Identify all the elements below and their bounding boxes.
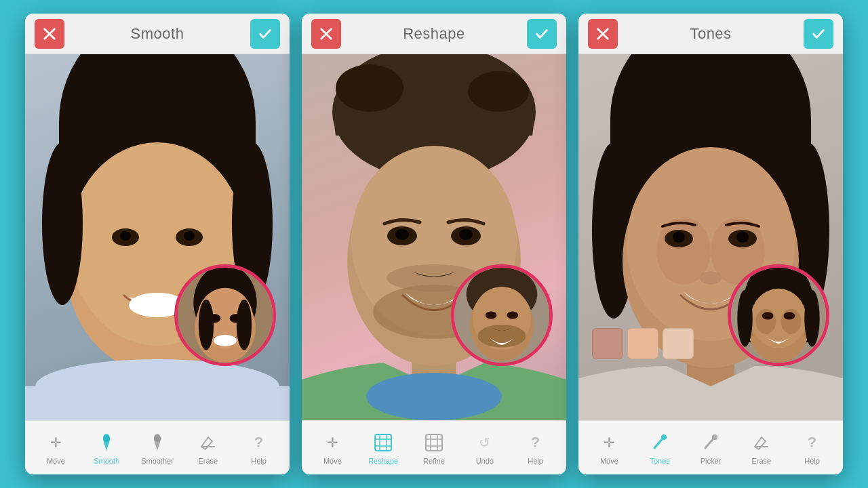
main-image-tones[interactable] [578, 54, 843, 420]
svg-point-10 [184, 231, 195, 241]
svg-point-41 [395, 229, 409, 240]
svg-point-26 [154, 435, 161, 442]
svg-point-50 [507, 311, 518, 319]
tool-reshape[interactable]: Reshape [366, 431, 401, 465]
tool-smooth[interactable]: Smooth [89, 431, 124, 465]
panel-tones: Tones [578, 14, 843, 474]
tone-swatch-2[interactable] [627, 328, 658, 359]
tones-label: Tones [650, 457, 670, 465]
svg-point-76 [700, 271, 722, 285]
tool-erase-3[interactable]: Erase [744, 431, 779, 465]
picker-label: Picker [701, 457, 722, 465]
toolbar-tones: ✛ Move Tones Picker Erase ? Help [578, 420, 843, 474]
title-bar-tones: Tones [578, 14, 843, 54]
help-label: Help [251, 457, 267, 465]
smoother-icon [146, 431, 169, 454]
help-label-3: Help [804, 457, 820, 465]
panel-title-3: Tones [690, 25, 731, 43]
tone-swatch-3[interactable] [663, 328, 694, 359]
svg-point-88 [661, 434, 667, 440]
svg-point-86 [737, 290, 752, 347]
smooth-label: Smooth [94, 457, 119, 465]
svg-point-84 [762, 312, 774, 319]
tool-refine[interactable]: Refine [416, 431, 452, 465]
panel-smooth: Smooth [25, 14, 290, 474]
svg-point-87 [804, 290, 819, 347]
refine-label: Refine [423, 457, 445, 465]
face-image-smooth [25, 54, 290, 420]
svg-rect-56 [426, 434, 442, 451]
confirm-button[interactable] [250, 19, 280, 49]
help-icon-3: ? [801, 431, 824, 454]
undo-label: Undo [476, 457, 494, 465]
main-image-smooth[interactable] [25, 54, 290, 420]
panel-title-2: Reshape [403, 25, 465, 43]
before-thumbnail-2 [451, 264, 553, 366]
svg-point-32 [336, 64, 403, 112]
move-icon-2: ✛ [321, 431, 344, 454]
tool-help[interactable]: ? Help [241, 431, 277, 465]
erase-icon-3 [750, 431, 773, 454]
svg-point-89 [712, 434, 717, 440]
svg-point-85 [783, 312, 795, 319]
panel-reshape: Reshape [302, 14, 566, 474]
help-icon: ? [248, 431, 271, 454]
title-bar-smooth: Smooth [25, 14, 290, 54]
svg-point-49 [486, 311, 497, 319]
close-button-3[interactable] [588, 19, 618, 49]
move-icon-3: ✛ [597, 431, 620, 454]
confirm-button-2[interactable] [527, 19, 557, 49]
before-thumbnail-3 [728, 264, 829, 366]
svg-point-33 [468, 71, 529, 112]
help-label-2: Help [528, 457, 543, 465]
toolbar-smooth: ✛ Move Smooth Smoother Erase ? Help [25, 420, 290, 474]
svg-point-75 [736, 232, 749, 243]
smooth-icon [95, 431, 118, 454]
erase-label-3: Erase [751, 457, 771, 465]
svg-point-24 [237, 300, 252, 350]
before-thumbnail [174, 264, 276, 366]
svg-point-13 [35, 359, 279, 413]
move-icon: ✛ [44, 431, 67, 454]
refine-icon [422, 431, 446, 454]
move-label-2: Move [323, 457, 342, 465]
panel-title: Smooth [131, 25, 184, 43]
confirm-button-3[interactable] [804, 19, 833, 49]
tool-smoother[interactable]: Smoother [140, 431, 175, 465]
undo-icon: ↺ [473, 431, 496, 454]
svg-point-42 [459, 229, 473, 240]
tool-erase[interactable]: Erase [191, 431, 226, 465]
smoother-label: Smoother [141, 457, 174, 465]
face-image-tones [578, 54, 843, 420]
svg-rect-51 [375, 434, 391, 451]
svg-point-25 [103, 435, 110, 442]
tool-move-3[interactable]: ✛ Move [591, 431, 627, 465]
erase-label: Erase [198, 457, 218, 465]
face-image-reshape [302, 54, 566, 420]
title-bar-reshape: Reshape [302, 14, 566, 54]
svg-point-43 [366, 373, 502, 420]
tool-move-2[interactable]: ✛ Move [315, 431, 350, 465]
main-image-reshape[interactable] [302, 54, 566, 420]
close-button-2[interactable] [311, 19, 341, 49]
svg-point-74 [673, 232, 685, 243]
svg-point-14 [42, 142, 83, 305]
tool-help-3[interactable]: ? Help [795, 431, 830, 465]
move-label: Move [47, 457, 65, 465]
tones-icon [648, 431, 671, 454]
move-label-3: Move [600, 457, 618, 465]
reshape-label: Reshape [368, 457, 398, 465]
svg-point-23 [199, 300, 214, 350]
tool-tones[interactable]: Tones [642, 431, 677, 465]
erase-icon [197, 431, 220, 454]
tool-help-2[interactable]: ? Help [518, 431, 553, 465]
tool-move[interactable]: ✛ Move [38, 431, 73, 465]
tool-undo[interactable]: ↺ Undo [467, 431, 502, 465]
toolbar-reshape: ✛ Move Reshape Refine ↺ Undo ? Help [302, 420, 566, 474]
close-button[interactable] [35, 19, 64, 49]
tone-swatches [592, 328, 694, 359]
tool-picker[interactable]: Picker [693, 431, 728, 465]
svg-point-22 [214, 335, 237, 346]
tone-swatch-1[interactable] [592, 328, 623, 359]
picker-icon [699, 431, 722, 454]
